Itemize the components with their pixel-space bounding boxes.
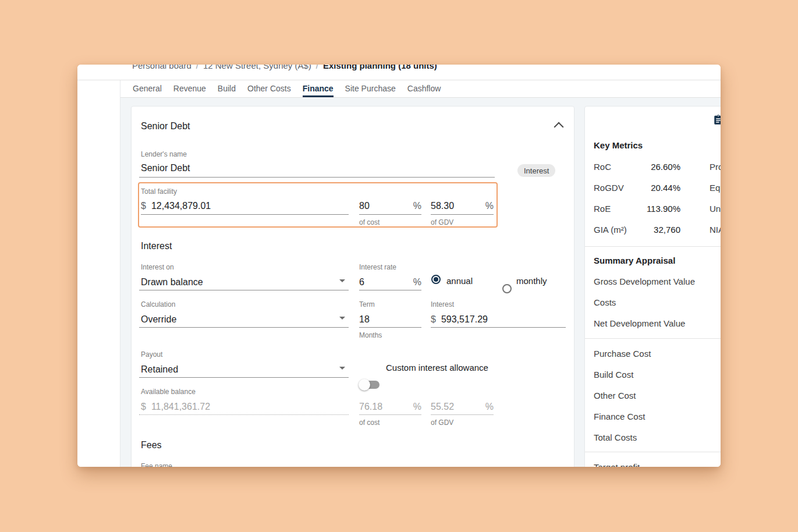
page-background: Personal board/12 New Street, Sydney (A$… (0, 0, 798, 532)
debt-type-chip: Interest (517, 164, 555, 177)
custom-interest-allowance-toggle[interactable] (359, 379, 380, 391)
tab-bar: General Revenue Build Other Costs Financ… (120, 80, 721, 98)
available-balance-label: Available balance (141, 388, 196, 396)
collapse-chevron-icon[interactable] (554, 122, 564, 132)
breadcrumb-item-project[interactable]: 12 New Street, Sydney (A$) (203, 65, 311, 70)
summary-item: Costs (594, 297, 616, 308)
input-underline (139, 177, 495, 178)
available-pct-of-gdv: 55.52% (431, 401, 494, 413)
input-underline (359, 327, 421, 328)
payout-label: Payout (141, 350, 162, 359)
metric-value: 113.90% (620, 204, 680, 215)
of-gdv-helper: of GDV (431, 218, 453, 227)
metric-label: RoE (594, 204, 611, 215)
monthly-radio[interactable] (502, 284, 512, 293)
dropdown-arrow-icon (339, 279, 345, 282)
available-pct-of-cost: 76.18% (359, 401, 421, 413)
senior-debt-card: Senior Debt Lender's name Senior Debt In… (131, 106, 574, 467)
interest-amount-label: Interest (431, 300, 454, 309)
lender-name-label: Lender's name (141, 150, 187, 159)
tab-build[interactable]: Build (218, 80, 236, 97)
summary-item: Target profit (594, 462, 640, 467)
payout-select[interactable]: Retained (141, 364, 178, 375)
tab-revenue[interactable]: Revenue (173, 80, 206, 97)
tab-general[interactable]: General (133, 80, 162, 97)
tab-cashflow[interactable]: Cashflow (407, 80, 441, 97)
annual-radio[interactable] (431, 275, 441, 284)
input-underline (139, 327, 349, 328)
summary-item: Finance Cost (594, 412, 645, 423)
of-cost-helper: of cost (359, 218, 380, 227)
currency-symbol: $ (431, 314, 436, 324)
metric-label: RoC (594, 162, 611, 173)
fee-name-label: Fee name (141, 462, 172, 467)
summary-item: Build Cost (594, 370, 633, 381)
interest-on-label: Interest on (141, 263, 174, 272)
input-underline (359, 214, 421, 215)
interest-amount-input[interactable]: $593,517.29 (431, 314, 488, 325)
assignment-icon[interactable] (713, 114, 721, 125)
metric-label-clipped: Uni (710, 204, 721, 215)
input-underline (431, 214, 494, 215)
divider (585, 246, 721, 247)
divider (585, 338, 721, 339)
summary-item: Other Cost (594, 391, 636, 402)
metric-label-clipped: Equ (710, 183, 721, 194)
facility-pct-of-cost-input[interactable]: 80% (359, 200, 421, 212)
total-facility-label: Total facility (141, 187, 177, 196)
metric-value: 26.60% (620, 162, 680, 173)
dropdown-arrow-icon (339, 367, 345, 370)
summary-item: Net Development Value (594, 318, 685, 329)
summary-appraisal-heading: Summary Appraisal (594, 256, 675, 267)
input-underline (431, 327, 566, 328)
metric-value: 20.44% (620, 183, 680, 194)
tab-finance[interactable]: Finance (303, 80, 334, 97)
of-cost-helper: of cost (359, 418, 380, 427)
input-underline (139, 377, 349, 378)
divider (585, 452, 721, 452)
app-window: Personal board/12 New Street, Sydney (A$… (77, 65, 721, 467)
input-underline (139, 290, 349, 290)
header-bar: Personal board/12 New Street, Sydney (A$… (77, 65, 721, 80)
interest-on-select[interactable]: Drawn balance (141, 276, 203, 288)
available-balance-input: $11,841,361.72 (141, 401, 210, 413)
calculation-select[interactable]: Override (141, 314, 176, 325)
term-input[interactable]: 18 (359, 314, 370, 325)
metric-value: 32,760 (620, 225, 680, 236)
breadcrumb-item-current: Existing planning (18 units) (323, 65, 437, 70)
total-facility-input[interactable]: $12,434,879.01 (141, 200, 211, 212)
fees-section-heading: Fees (141, 439, 162, 451)
metrics-panel: Key Metrics RoC 26.60% Pro RoGDV 20.44% … (584, 106, 721, 467)
term-label: Term (359, 300, 375, 309)
input-underline-disabled (139, 414, 349, 415)
key-metrics-heading: Key Metrics (594, 140, 643, 151)
input-underline (359, 290, 421, 290)
input-underline-disabled (359, 414, 421, 415)
tab-site-purchase[interactable]: Site Purchase (345, 80, 396, 97)
lender-name-input[interactable]: Senior Debt (141, 162, 190, 174)
interest-section-heading: Interest (141, 240, 172, 252)
breadcrumb: Personal board/12 New Street, Sydney (A$… (132, 65, 437, 72)
metric-label: RoGDV (594, 183, 624, 194)
of-gdv-helper: of GDV (431, 418, 453, 427)
dropdown-arrow-icon (339, 317, 345, 320)
interest-rate-label: Interest rate (359, 263, 396, 272)
facility-pct-of-gdv-input[interactable]: 58.30% (431, 200, 494, 212)
custom-interest-allowance-label: Custom interest allowance (386, 363, 488, 374)
metric-label-clipped: Pro (710, 162, 721, 173)
breadcrumb-separator: / (316, 65, 318, 70)
summary-item: Total Costs (594, 432, 637, 444)
calculation-label: Calculation (141, 300, 175, 309)
annual-radio-label[interactable]: annual (446, 276, 473, 287)
monthly-radio-label[interactable]: monthly (516, 276, 547, 287)
interest-rate-input[interactable]: 6% (359, 276, 421, 288)
breadcrumb-item-board[interactable]: Personal board (132, 65, 191, 70)
currency-symbol: $ (141, 201, 146, 211)
input-underline (141, 214, 349, 215)
term-helper: Months (359, 331, 382, 340)
breadcrumb-separator: / (196, 65, 198, 70)
left-rail (77, 80, 120, 467)
summary-item: Gross Development Value (594, 276, 695, 288)
tab-other-costs[interactable]: Other Costs (247, 80, 291, 97)
metric-label-clipped: NIA (710, 225, 721, 236)
